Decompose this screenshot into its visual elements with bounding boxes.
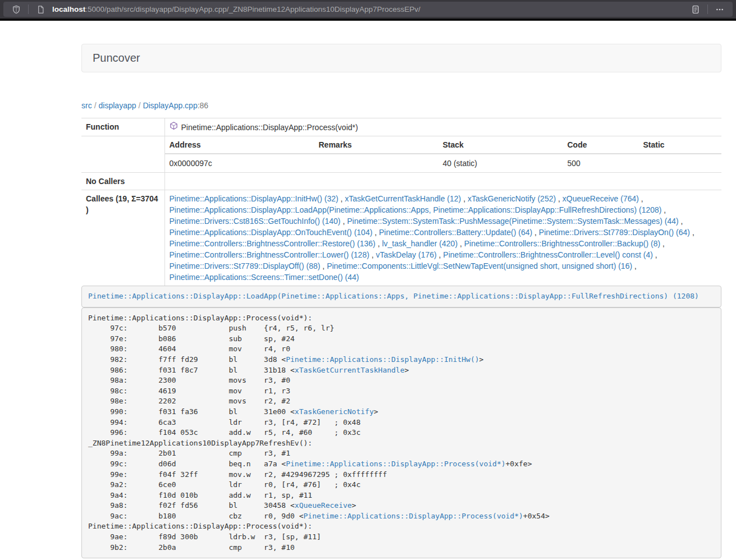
disassembly-symbol-link[interactable]: xTaskGenericNotify [295, 407, 374, 416]
url-path: :5000/path/src/displayapp/DisplayApp.cpp… [85, 5, 420, 13]
callee-link[interactable]: Pinetime::Controllers::BrightnessControl… [170, 239, 376, 248]
callee-link[interactable]: Pinetime::Controllers::BrightnessControl… [443, 250, 652, 259]
callee-separator: , [690, 228, 694, 237]
callees-row: Callees (19, Σ=3704 ) Pinetime::Applicat… [81, 190, 721, 286]
callee-separator: , [639, 194, 643, 203]
browser-toolbar: localhost:5000/path/src/displayapp/Displ… [0, 0, 736, 19]
callee-link[interactable]: xTaskGenericNotify (252) [468, 194, 556, 203]
toolbar-divider [707, 4, 708, 14]
no-callers-row: No Callers [81, 173, 721, 190]
stats-value [639, 154, 722, 172]
callee-separator: , [679, 217, 683, 226]
callee-separator: , [532, 228, 539, 237]
url-bar[interactable]: localhost:5000/path/src/displayapp/Displ… [3, 2, 733, 17]
disassembly-symbol-link[interactable]: Pinetime::Applications::DisplayApp::Proc… [286, 460, 505, 468]
stats-value [314, 154, 438, 172]
stats-header: Static [639, 136, 722, 154]
callee-link[interactable]: lv_task_handler (420) [382, 239, 458, 248]
callee-link[interactable]: Pinetime::Applications::Screens::Timer::… [170, 273, 359, 282]
highlighted-symbol-box: Pinetime::Applications::DisplayApp::Load… [81, 286, 721, 307]
url-text[interactable]: localhost:5000/path/src/displayapp/Displ… [52, 5, 688, 13]
symbol-table: Function Pinetime::Applications::Display… [81, 118, 721, 286]
stats-row: AddressRemarksStackCodeStatic 0x0000097c… [81, 136, 721, 173]
disassembly-symbol-link[interactable]: xQueueReceive [295, 501, 352, 509]
breadcrumb-separator: / [136, 101, 143, 110]
callee-link[interactable]: Pinetime::Applications::DisplayApp::Load… [170, 205, 662, 214]
breadcrumb-link[interactable]: src [81, 101, 92, 110]
breadcrumb: src/displayapp/DisplayApp.cpp:86 [81, 100, 721, 111]
callee-link[interactable]: Pinetime::Applications::DisplayApp::Init… [170, 194, 339, 203]
callee-separator: , [660, 239, 665, 248]
callees-list: Pinetime::Applications::DisplayApp::Init… [164, 190, 721, 286]
callee-link[interactable]: Pinetime::Drivers::St7789::DisplayOn() (… [539, 228, 690, 237]
url-host: localhost [52, 5, 85, 13]
stats-table: AddressRemarksStackCodeStatic 0x0000097c… [165, 136, 722, 172]
callee-link[interactable]: Pinetime::Controllers::Battery::Update()… [379, 228, 532, 237]
app-title-panel: Puncover [81, 44, 721, 72]
callee-link[interactable]: Pinetime::Drivers::Cst816S::GetTouchInfo… [170, 217, 341, 226]
page-title: Puncover [93, 52, 140, 64]
page-icon[interactable] [33, 3, 48, 16]
page-container: Puncover src/displayapp/DisplayApp.cpp:8… [81, 44, 721, 558]
stats-value: 500 [563, 154, 639, 172]
function-label: Function [81, 118, 164, 136]
breadcrumb-link[interactable]: displayapp [99, 101, 136, 110]
callee-link[interactable]: Pinetime::System::SystemTask::PushMessag… [347, 217, 679, 226]
callee-separator: , [458, 239, 464, 248]
stats-header: Code [563, 136, 639, 154]
reader-view-icon[interactable] [688, 3, 703, 16]
callee-separator: , [632, 261, 637, 270]
cube-icon [170, 121, 178, 133]
callee-separator: , [376, 239, 382, 248]
disassembly-symbol-link[interactable]: xTaskGetCurrentTaskHandle [295, 366, 405, 374]
stats-value: 40 (static) [438, 154, 563, 172]
stats-value: 0x0000097c [165, 154, 314, 172]
callee-link[interactable]: Pinetime::Drivers::St7789::DisplayOff() … [170, 261, 321, 270]
stats-header: Stack [438, 136, 563, 154]
callee-separator: , [461, 194, 468, 203]
disassembly-block: Pinetime::Applications::DisplayApp::Proc… [81, 307, 721, 559]
stats-header: Address [165, 136, 314, 154]
callee-separator: , [369, 250, 376, 259]
callee-separator: , [437, 250, 444, 259]
callee-separator: , [341, 217, 348, 226]
callees-label: Callees (19, Σ=3704 ) [81, 190, 164, 286]
callee-link[interactable]: Pinetime::Applications::DisplayApp::OnTo… [170, 228, 373, 237]
urlbar-divider [28, 4, 29, 14]
callee-separator: , [372, 228, 379, 237]
function-row: Function Pinetime::Applications::Display… [81, 118, 721, 136]
callee-link[interactable]: Pinetime::Controllers::BrightnessControl… [170, 250, 369, 259]
callee-separator: , [339, 194, 345, 203]
no-callers-label: No Callers [81, 173, 164, 190]
callee-separator: , [653, 250, 657, 259]
disassembly-symbol-link[interactable]: Pinetime::Applications::DisplayApp::Proc… [304, 512, 523, 520]
breadcrumb-link[interactable]: DisplayApp.cpp [143, 101, 197, 110]
breadcrumb-separator: / [92, 101, 99, 110]
disassembly-symbol-link[interactable]: Pinetime::Applications::DisplayApp::Init… [286, 355, 479, 364]
callee-link[interactable]: vTaskDelay (176) [376, 250, 437, 259]
stats-header: Remarks [314, 136, 438, 154]
more-actions-icon[interactable] [712, 3, 727, 16]
callee-separator: , [556, 194, 563, 203]
callee-link[interactable]: xTaskGetCurrentTaskHandle (12) [345, 194, 461, 203]
callee-separator: , [661, 205, 666, 214]
loadapp-symbol-link[interactable]: Pinetime::Applications::DisplayApp::Load… [88, 292, 699, 300]
function-name: Pinetime::Applications::DisplayApp::Proc… [181, 122, 358, 133]
breadcrumb-line-number: :86 [198, 101, 208, 110]
callee-link[interactable]: Pinetime::Controllers::BrightnessControl… [464, 239, 660, 248]
callee-link[interactable]: Pinetime::Components::LittleVgl::SetNewT… [327, 261, 632, 270]
window-border [0, 19, 736, 21]
shield-icon[interactable] [9, 3, 24, 16]
callee-separator: , [320, 261, 327, 270]
callee-link[interactable]: xQueueReceive (764) [563, 194, 639, 203]
